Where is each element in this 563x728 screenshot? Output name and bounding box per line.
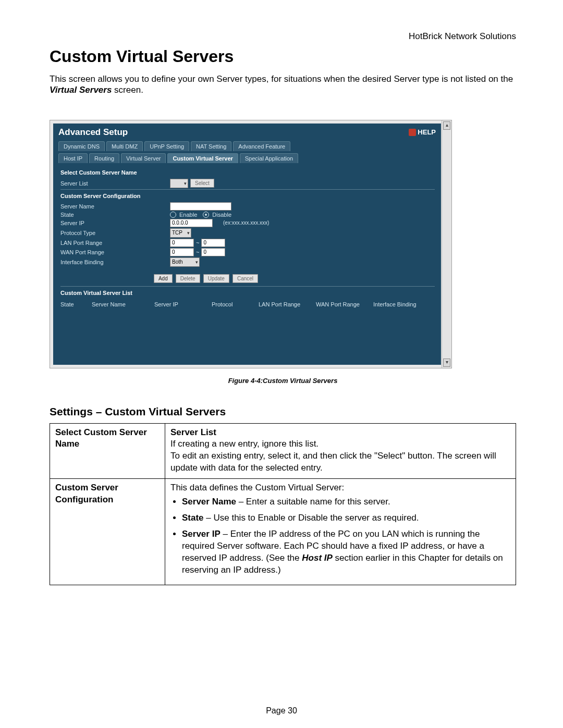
scroll-up-icon[interactable]: ▴ (443, 121, 450, 130)
label-wan-port: WAN Port Range (60, 249, 170, 255)
select-protocol[interactable]: TCP (170, 228, 191, 238)
tab-multi-dmz[interactable]: Multi DMZ (106, 141, 143, 151)
header-company: HotBrick Network Solutions (50, 31, 516, 42)
admin-panel: Advanced Setup HELP Dynamic DNS Multi DM… (53, 124, 441, 365)
tab-host-ip[interactable]: Host IP (58, 153, 88, 163)
bullet-state: State – Use this to Enable or Disable th… (182, 512, 510, 524)
col-name: Server Name (92, 301, 154, 307)
col-wan: WAN Port Range (316, 301, 373, 307)
intro-bold: Virtual Servers (50, 85, 112, 95)
label-server-list: Server List (60, 180, 170, 187)
select-button[interactable]: Select (190, 179, 214, 188)
tab-row-1: Dynamic DNS Multi DMZ UPnP Setting NAT S… (53, 140, 441, 151)
figure-caption: Figure 4-4:Custom Virtual Servers (50, 377, 516, 385)
tab-dynamic-dns[interactable]: Dynamic DNS (58, 141, 105, 151)
bullet-server-ip-bi: Host IP (302, 553, 333, 563)
section-list: Custom Virtual Server List (60, 286, 435, 298)
radio-disable[interactable] (203, 212, 209, 218)
intro-part1: This screen allows you to define your ow… (50, 74, 513, 84)
tab-custom-virtual-server[interactable]: Custom Virtual Server (167, 153, 238, 163)
bullet-state-t: – Use this to Enable or Disable the serv… (204, 513, 419, 523)
tilde-lan: ~ (196, 240, 199, 246)
section-config: Custom Server Configuration (60, 189, 435, 201)
page-title: Custom Virtual Servers (50, 47, 516, 66)
page-number: Page 30 (0, 706, 563, 715)
label-lan-port: LAN Port Range (60, 240, 170, 246)
hint-ip-format: (ex:xxx.xxx.xxx.xxx) (223, 220, 269, 226)
label-state: State (60, 212, 170, 218)
label-protocol: Protocol Type (60, 230, 170, 236)
intro-part2: screen. (112, 85, 143, 95)
radio-enable[interactable] (170, 212, 176, 218)
cell-server-list-l1: If creating a new entry, ignore this lis… (170, 439, 319, 449)
panel-title: Advanced Setup (58, 127, 128, 138)
input-lan-port-from[interactable]: 0 (170, 239, 194, 247)
tilde-wan: ~ (196, 249, 199, 255)
delete-button[interactable]: Delete (176, 274, 200, 283)
server-list-select[interactable] (170, 179, 188, 188)
select-interface-binding[interactable]: Both (170, 257, 200, 267)
scroll-down-icon[interactable]: ▾ (443, 359, 450, 367)
cell-server-list-head: Server List (170, 427, 216, 437)
label-interface-binding: Interface Binding (60, 259, 170, 265)
col-ip: Server IP (154, 301, 212, 307)
bullet-server-name-t: – Enter a suitable name for this server. (236, 497, 390, 507)
add-button[interactable]: Add (154, 274, 173, 283)
input-wan-port-from[interactable]: 0 (170, 248, 194, 256)
label-server-ip: Server IP (60, 220, 170, 226)
tab-special-application[interactable]: Special Application (240, 153, 298, 163)
label-disable: Disable (212, 212, 231, 218)
bullet-server-ip: Server IP – Enter the IP address of the … (182, 528, 510, 576)
input-lan-port-to[interactable]: 0 (201, 239, 225, 247)
tab-nat-setting[interactable]: NAT Setting (191, 141, 231, 151)
tab-virtual-server[interactable]: Virtual Server (121, 153, 166, 163)
label-enable: Enable (179, 212, 197, 218)
col-iface: Interface Binding (373, 301, 432, 307)
section-select-name: Select Custom Server Name (60, 169, 435, 178)
input-server-name[interactable] (170, 202, 231, 211)
intro-text: This screen allows you to define your ow… (50, 73, 516, 96)
bullet-server-ip-b: Server IP (182, 529, 221, 539)
cell-config-right: This data defines the Custom Virtual Ser… (165, 479, 516, 585)
input-server-ip[interactable]: 0.0.0.0 (170, 219, 213, 227)
bullet-server-name-b: Server Name (182, 497, 236, 507)
col-proto: Protocol (212, 301, 259, 307)
label-server-name: Server Name (60, 203, 170, 209)
cell-server-list: Server List If creating a new entry, ign… (165, 423, 516, 479)
cell-select-name: Select Custom Server Name (50, 423, 165, 479)
tab-advanced-feature[interactable]: Advanced Feature (233, 141, 290, 151)
bullet-server-name: Server Name – Enter a suitable name for … (182, 496, 510, 508)
help-label: HELP (418, 128, 436, 136)
help-button[interactable]: HELP (409, 128, 436, 136)
cancel-button[interactable]: Cancel (232, 274, 258, 283)
bullet-state-b: State (182, 513, 204, 523)
col-state: State (60, 301, 92, 307)
tab-upnp-setting[interactable]: UPnP Setting (144, 141, 189, 151)
cell-server-list-l2: To edit an existing entry, select it, an… (170, 451, 496, 473)
help-icon (409, 129, 416, 136)
settings-heading: Settings – Custom Virtual Servers (50, 405, 516, 418)
tab-row-2: Host IP Routing Virtual Server Custom Vi… (53, 152, 441, 163)
col-lan: LAN Port Range (259, 301, 316, 307)
input-wan-port-to[interactable]: 0 (201, 248, 225, 256)
cell-config-intro: This data defines the Custom Virtual Ser… (170, 483, 344, 492)
settings-table: Select Custom Server Name Server List If… (50, 423, 516, 585)
scrollbar[interactable]: ▴ ▾ (442, 120, 451, 368)
screenshot-frame: ▴ ▾ Advanced Setup HELP Dynamic DNS Mult… (50, 120, 452, 368)
update-button[interactable]: Update (203, 274, 229, 283)
tab-routing[interactable]: Routing (89, 153, 119, 163)
cell-config-left: Custom Server Configuration (50, 479, 165, 585)
